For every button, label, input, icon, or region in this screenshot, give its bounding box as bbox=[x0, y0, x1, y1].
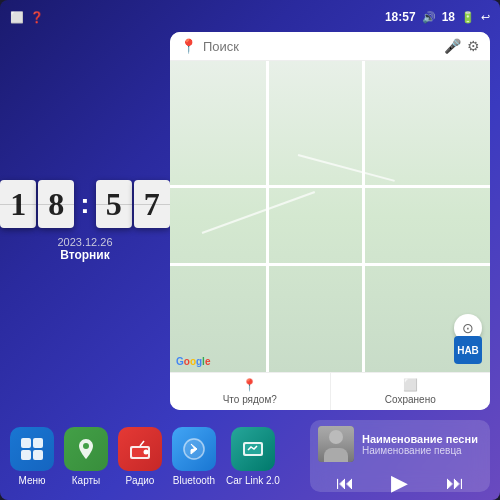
radio-icon-svg bbox=[127, 436, 153, 462]
map-bottom-bar: 📍 Что рядом? ⬜ Сохранено bbox=[170, 372, 490, 410]
road-d1 bbox=[202, 191, 315, 234]
artist-silhouette bbox=[318, 426, 354, 462]
radio-app-icon bbox=[118, 427, 162, 471]
nearby-label: Что рядом? bbox=[223, 394, 277, 405]
date-text: 2023.12.26 bbox=[57, 236, 112, 248]
bluetooth-app-icon bbox=[172, 427, 216, 471]
music-controls: ⏮ ▶ ⏭ bbox=[318, 466, 482, 500]
back-icon[interactable]: ↩ bbox=[481, 11, 490, 24]
music-album-art bbox=[318, 426, 354, 462]
maps-icon-svg bbox=[73, 436, 99, 462]
svg-rect-2 bbox=[21, 450, 31, 460]
bottom-bar: Меню Карты bbox=[0, 412, 500, 500]
clock-separator: : bbox=[80, 190, 89, 218]
flip-clock: 1 8 : 5 7 bbox=[0, 180, 169, 228]
road-h1 bbox=[170, 185, 490, 188]
road-d2 bbox=[298, 154, 395, 182]
svg-line-8 bbox=[140, 441, 144, 446]
carlink-app-icon bbox=[231, 427, 275, 471]
navigation-icon[interactable]: ❓ bbox=[30, 11, 44, 24]
menu-grid-svg bbox=[19, 436, 45, 462]
saved-label: Сохранено bbox=[385, 394, 436, 405]
maps-app-icon bbox=[64, 427, 108, 471]
minute-ones: 7 bbox=[134, 180, 170, 228]
person-body bbox=[324, 448, 348, 462]
status-right-icons: 18:57 🔊 18 🔋 ↩ bbox=[385, 10, 490, 24]
person-head bbox=[329, 430, 343, 444]
app-carlink[interactable]: Car Link 2.0 bbox=[226, 427, 280, 486]
maps-app-label: Карты bbox=[72, 475, 101, 486]
next-button[interactable]: ⏭ bbox=[440, 468, 470, 498]
microphone-icon[interactable]: 🎤 bbox=[444, 38, 461, 54]
main-area: 1 8 : 5 7 2023.12.26 Вторник 📍 🎤 ⚙ bbox=[10, 32, 490, 410]
home-icon[interactable]: ⬜ bbox=[10, 11, 24, 24]
bluetooth-app-label: Bluetooth bbox=[173, 475, 215, 486]
music-info-row: Наименование песни Наименование певца bbox=[318, 426, 482, 462]
nearby-icon: 📍 bbox=[242, 378, 257, 392]
app-radio[interactable]: Радио bbox=[118, 427, 162, 486]
battery-level: 18 bbox=[442, 10, 455, 24]
app-bluetooth[interactable]: Bluetooth bbox=[172, 427, 216, 486]
svg-rect-1 bbox=[33, 438, 43, 448]
minute-tens: 5 bbox=[96, 180, 132, 228]
music-text: Наименование песни Наименование певца bbox=[362, 433, 482, 456]
road-h2 bbox=[170, 263, 490, 266]
saved-icon: ⬜ bbox=[403, 378, 418, 392]
hours-group: 1 8 bbox=[0, 180, 74, 228]
prev-button[interactable]: ⏮ bbox=[330, 468, 360, 498]
saved-button[interactable]: ⬜ Сохранено bbox=[331, 373, 491, 410]
status-left-icons: ⬜ ❓ bbox=[10, 11, 44, 24]
bluetooth-icon-svg bbox=[181, 436, 207, 462]
status-bar: ⬜ ❓ 18:57 🔊 18 🔋 ↩ bbox=[0, 6, 500, 28]
app-menu[interactable]: Меню bbox=[10, 427, 54, 486]
road-v2 bbox=[362, 61, 365, 372]
nav-button[interactable]: НАВ bbox=[454, 336, 482, 364]
clock-date: 2023.12.26 Вторник bbox=[57, 236, 112, 262]
hour-ones: 8 bbox=[38, 180, 74, 228]
status-time: 18:57 bbox=[385, 10, 416, 24]
volume-icon: 🔊 bbox=[422, 11, 436, 24]
menu-app-label: Меню bbox=[18, 475, 45, 486]
menu-app-icon bbox=[10, 427, 54, 471]
music-title: Наименование песни bbox=[362, 433, 482, 445]
svg-point-7 bbox=[144, 449, 149, 454]
music-player: Наименование песни Наименование певца ⏮ … bbox=[310, 420, 490, 492]
map-search-input[interactable] bbox=[203, 39, 438, 54]
map-content: ⊙ НАВ Google bbox=[170, 61, 490, 372]
play-button[interactable]: ▶ bbox=[385, 468, 415, 498]
google-logo: Google bbox=[176, 356, 210, 367]
map-pin-icon: 📍 bbox=[180, 38, 197, 54]
radio-app-label: Радио bbox=[126, 475, 155, 486]
svg-rect-0 bbox=[21, 438, 31, 448]
minutes-group: 5 7 bbox=[96, 180, 170, 228]
map-search-bar: 📍 🎤 ⚙ bbox=[170, 32, 490, 61]
battery-icon: 🔋 bbox=[461, 11, 475, 24]
clock-widget: 1 8 : 5 7 2023.12.26 Вторник bbox=[10, 32, 160, 410]
hour-tens: 1 bbox=[0, 180, 36, 228]
app-maps[interactable]: Карты bbox=[64, 427, 108, 486]
music-artist: Наименование певца bbox=[362, 445, 482, 456]
android-auto-screen: ⬜ ❓ 18:57 🔊 18 🔋 ↩ 1 8 : 5 7 bbox=[0, 0, 500, 500]
svg-point-4 bbox=[83, 443, 89, 449]
nearby-button[interactable]: 📍 Что рядом? bbox=[170, 373, 331, 410]
map-widget[interactable]: 📍 🎤 ⚙ ⊙ НАВ Google bbox=[170, 32, 490, 410]
carlink-icon-svg bbox=[240, 436, 266, 462]
day-text: Вторник bbox=[57, 248, 112, 262]
svg-rect-3 bbox=[33, 450, 43, 460]
apps-area: Меню Карты bbox=[10, 420, 302, 492]
road-v1 bbox=[266, 61, 269, 372]
map-settings-icon[interactable]: ⚙ bbox=[467, 38, 480, 54]
carlink-app-label: Car Link 2.0 bbox=[226, 475, 280, 486]
